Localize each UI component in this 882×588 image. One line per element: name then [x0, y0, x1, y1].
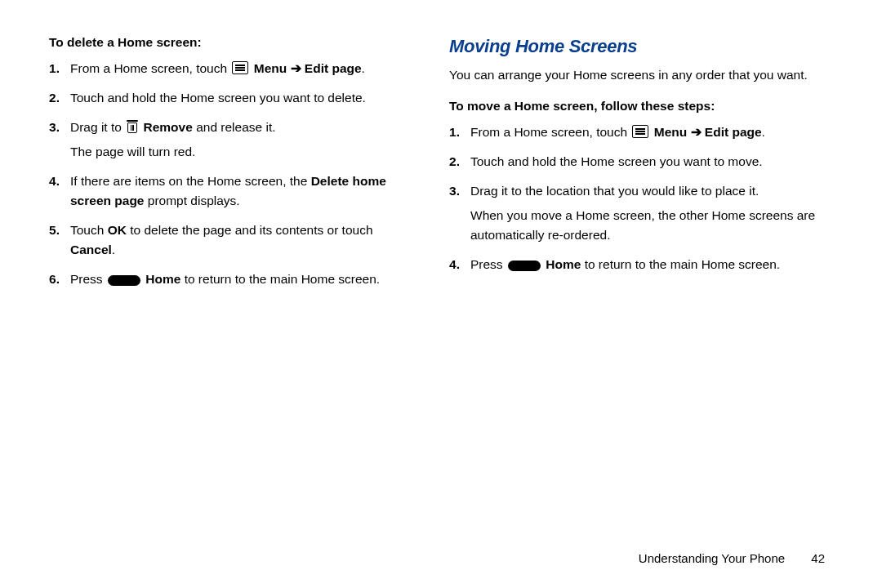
edit-page-label: Edit page	[305, 61, 362, 75]
step-text: Touch and hold the Home screen you want …	[470, 154, 763, 168]
page-number: 42	[811, 551, 825, 565]
intro-text: You can arrange your Home screens in any…	[449, 65, 833, 85]
manual-page: To delete a Home screen: From a Home scr…	[0, 0, 882, 588]
arrow-icon: ➔	[687, 125, 705, 139]
step-text: From a Home screen, touch	[470, 125, 630, 139]
right-column: Moving Home Screens You can arrange your…	[441, 33, 833, 564]
step-text: prompt displays.	[144, 194, 239, 207]
cancel-label: Cancel	[70, 243, 112, 256]
list-item: From a Home screen, touch Menu ➔ Edit pa…	[449, 122, 833, 142]
list-item: Touch OK to delete the page and its cont…	[49, 220, 416, 260]
list-item: Press Home to return to the main Home sc…	[49, 270, 416, 289]
page-footer: Understanding Your Phone 42	[639, 551, 825, 565]
step-text: When you move a Home screen, the other H…	[470, 206, 833, 245]
menu-label: Menu	[254, 61, 287, 75]
list-item: If there are items on the Home screen, t…	[49, 172, 416, 211]
footer-section: Understanding Your Phone	[639, 551, 785, 565]
menu-icon	[232, 61, 248, 74]
delete-heading: To delete a Home screen:	[49, 33, 416, 52]
arrow-icon: ➔	[287, 61, 305, 75]
step-text: to return to the main Home screen.	[180, 272, 380, 286]
step-text: If there are items on the Home screen, t…	[70, 174, 311, 188]
moving-title: Moving Home Screens	[449, 33, 833, 60]
delete-steps: From a Home screen, touch Menu ➔ Edit pa…	[49, 59, 416, 289]
ok-label: OK	[108, 223, 127, 237]
list-item: From a Home screen, touch Menu ➔ Edit pa…	[49, 59, 416, 78]
step-text: Drag it to	[70, 120, 125, 134]
step-text: Press	[70, 272, 106, 286]
move-steps: From a Home screen, touch Menu ➔ Edit pa…	[449, 122, 833, 274]
edit-page-label: Edit page	[705, 125, 762, 139]
step-text: .	[362, 61, 365, 75]
trash-icon	[127, 120, 138, 133]
step-text: The page will turn red.	[70, 142, 416, 162]
menu-icon	[632, 125, 648, 138]
menu-label: Menu	[654, 125, 687, 139]
move-heading: To move a Home screen, follow these step…	[449, 96, 833, 116]
home-button-icon	[108, 275, 140, 286]
home-label: Home	[546, 257, 581, 271]
remove-label: Remove	[144, 120, 193, 134]
step-text: Press	[470, 257, 506, 271]
step-text: Drag it to the location that you would l…	[470, 184, 759, 198]
list-item: Drag it to Remove and release it. The pa…	[49, 118, 416, 162]
step-text: Touch	[70, 223, 108, 237]
home-button-icon	[508, 261, 541, 271]
step-text: From a Home screen, touch	[70, 61, 230, 75]
step-text: to return to the main Home screen.	[581, 257, 780, 271]
list-item: Drag it to the location that you would l…	[449, 181, 833, 245]
step-text: to delete the page and its contents or t…	[127, 223, 373, 237]
left-column: To delete a Home screen: From a Home scr…	[49, 33, 441, 564]
step-text: .	[762, 125, 765, 139]
list-item: Touch and hold the Home screen you want …	[449, 152, 833, 172]
step-text: .	[112, 243, 115, 256]
list-item: Press Home to return to the main Home sc…	[449, 255, 833, 274]
list-item: Touch and hold the Home screen you want …	[49, 88, 416, 108]
step-text: Touch and hold the Home screen you want …	[70, 91, 366, 105]
home-label: Home	[145, 272, 180, 286]
step-text: and release it.	[193, 120, 276, 134]
